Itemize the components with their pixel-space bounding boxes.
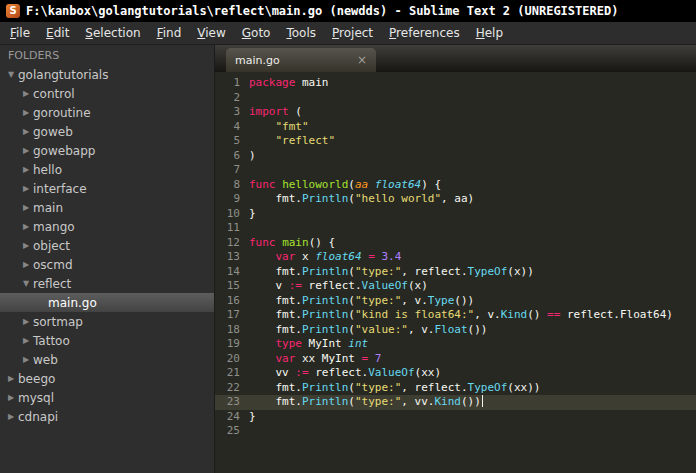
code-line-1[interactable]: 1package main: [215, 76, 696, 91]
folder-reflect[interactable]: ▼reflect: [0, 274, 214, 293]
menu-goto[interactable]: Goto: [234, 23, 279, 43]
tree-item-label: web: [33, 353, 58, 367]
folder-interface[interactable]: ▶interface: [0, 179, 214, 198]
tree-item-label: interface: [33, 182, 87, 196]
folder-tattoo[interactable]: ▶Tattoo: [0, 331, 214, 350]
code-line-9[interactable]: 9 fmt.Println("hello world", aa): [215, 192, 696, 207]
title-bar[interactable]: S F:\kanbox\golangtutorials\reflect\main…: [0, 0, 696, 22]
arrow-collapsed-icon[interactable]: ▶: [19, 312, 33, 331]
arrow-expanded-icon[interactable]: ▼: [4, 65, 18, 84]
folder-mysql[interactable]: ▶mysql: [0, 388, 214, 407]
code-line-20[interactable]: 20 var xx MyInt = 7: [215, 352, 696, 367]
code-line-10[interactable]: 10}: [215, 207, 696, 222]
folder-cdnapi[interactable]: ▶cdnapi: [0, 407, 214, 426]
code-editor[interactable]: 1package main23import (4 "fmt"5 "reflect…: [215, 72, 696, 473]
arrow-collapsed-icon[interactable]: ▶: [4, 369, 18, 388]
arrow-collapsed-icon[interactable]: ▶: [19, 179, 33, 198]
sublime-window: S F:\kanbox\golangtutorials\reflect\main…: [0, 0, 696, 473]
code-line-3[interactable]: 3import (: [215, 105, 696, 120]
line-number: 4: [215, 120, 249, 135]
tab-main-go[interactable]: main.go ×: [226, 48, 376, 72]
arrow-collapsed-icon[interactable]: ▶: [19, 255, 33, 274]
menu-tools[interactable]: Tools: [278, 23, 324, 43]
code-line-2[interactable]: 2: [215, 91, 696, 106]
code-line-5[interactable]: 5 "reflect": [215, 134, 696, 149]
arrow-collapsed-icon[interactable]: ▶: [4, 407, 18, 426]
line-number: 19: [215, 337, 249, 352]
code-line-14[interactable]: 14 fmt.Println("type:", reflect.TypeOf(x…: [215, 265, 696, 280]
code-line-22[interactable]: 22 fmt.Println("type:", reflect.TypeOf(x…: [215, 381, 696, 396]
arrow-collapsed-icon[interactable]: ▶: [19, 350, 33, 369]
folder-object[interactable]: ▶object: [0, 236, 214, 255]
menu-project[interactable]: Project: [324, 23, 381, 43]
code-line-6[interactable]: 6): [215, 149, 696, 164]
window-title: F:\kanbox\golangtutorials\reflect\main.g…: [26, 4, 618, 18]
arrow-collapsed-icon[interactable]: ▶: [19, 331, 33, 350]
code-line-19[interactable]: 19 type MyInt int: [215, 337, 696, 352]
arrow-collapsed-icon[interactable]: ▶: [19, 160, 33, 179]
tree-item-label: oscmd: [33, 258, 73, 272]
menu-find[interactable]: Find: [149, 23, 190, 43]
code-line-18[interactable]: 18 fmt.Println("value:", v.Float()): [215, 323, 696, 338]
code-line-25[interactable]: 25: [215, 424, 696, 439]
line-number: 6: [215, 149, 249, 164]
arrow-collapsed-icon[interactable]: ▶: [19, 122, 33, 141]
arrow-expanded-icon[interactable]: ▼: [19, 274, 33, 293]
folders-header: FOLDERS: [0, 45, 214, 65]
line-number: 20: [215, 352, 249, 367]
folder-goroutine[interactable]: ▶goroutine: [0, 103, 214, 122]
line-number: 14: [215, 265, 249, 280]
arrow-collapsed-icon[interactable]: ▶: [19, 217, 33, 236]
line-content: fmt.Println("value:", v.Float()): [249, 323, 487, 338]
folder-sortmap[interactable]: ▶sortmap: [0, 312, 214, 331]
folder-beego[interactable]: ▶beego: [0, 369, 214, 388]
arrow-collapsed-icon[interactable]: ▶: [19, 84, 33, 103]
line-number: 13: [215, 250, 249, 265]
menu-selection[interactable]: Selection: [77, 23, 148, 43]
line-content: var x float64 = 3.4: [249, 250, 401, 265]
folder-hello[interactable]: ▶hello: [0, 160, 214, 179]
folder-tree: ▼golangtutorials▶control▶goroutine▶goweb…: [0, 65, 214, 426]
menu-preferences[interactable]: Preferences: [381, 23, 468, 43]
line-number: 24: [215, 410, 249, 425]
code-line-12[interactable]: 12func main() {: [215, 236, 696, 251]
file-main.go[interactable]: main.go: [0, 293, 214, 312]
code-line-13[interactable]: 13 var x float64 = 3.4: [215, 250, 696, 265]
code-line-7[interactable]: 7: [215, 163, 696, 178]
code-line-16[interactable]: 16 fmt.Println("type:", v.Type()): [215, 294, 696, 309]
line-content: v := reflect.ValueOf(x): [249, 279, 428, 294]
arrow-collapsed-icon[interactable]: ▶: [19, 198, 33, 217]
arrow-collapsed-icon[interactable]: ▶: [19, 236, 33, 255]
folder-mango[interactable]: ▶mango: [0, 217, 214, 236]
folder-goweb[interactable]: ▶goweb: [0, 122, 214, 141]
menu-view[interactable]: View: [189, 23, 233, 43]
menu-help[interactable]: Help: [468, 23, 511, 43]
tab-close-icon[interactable]: ×: [357, 54, 367, 66]
folder-oscmd[interactable]: ▶oscmd: [0, 255, 214, 274]
folder-control[interactable]: ▶control: [0, 84, 214, 103]
folder-web[interactable]: ▶web: [0, 350, 214, 369]
code-line-8[interactable]: 8func helloworld(aa float64) {: [215, 178, 696, 193]
folder-main[interactable]: ▶main: [0, 198, 214, 217]
sublime-app-icon: S: [6, 4, 20, 18]
menu-edit[interactable]: Edit: [38, 23, 77, 43]
tree-item-label: goroutine: [33, 106, 91, 120]
tree-item-label: Tattoo: [33, 334, 70, 348]
line-number: 16: [215, 294, 249, 309]
line-content: "fmt": [249, 120, 309, 135]
arrow-collapsed-icon[interactable]: ▶: [19, 103, 33, 122]
code-line-24[interactable]: 24}: [215, 410, 696, 425]
code-line-11[interactable]: 11: [215, 221, 696, 236]
arrow-collapsed-icon[interactable]: ▶: [4, 388, 18, 407]
code-line-17[interactable]: 17 fmt.Println("kind is float64:", v.Kin…: [215, 308, 696, 323]
code-line-23[interactable]: 23 fmt.Println("type:", vv.Kind()): [215, 395, 696, 410]
folder-gowebapp[interactable]: ▶gowebapp: [0, 141, 214, 160]
menu-file[interactable]: File: [2, 23, 38, 43]
arrow-collapsed-icon[interactable]: ▶: [19, 141, 33, 160]
line-content: var xx MyInt = 7: [249, 352, 381, 367]
line-content: }: [249, 410, 256, 425]
code-line-21[interactable]: 21 vv := reflect.ValueOf(xx): [215, 366, 696, 381]
code-line-4[interactable]: 4 "fmt": [215, 120, 696, 135]
folder-golangtutorials[interactable]: ▼golangtutorials: [0, 65, 214, 84]
code-line-15[interactable]: 15 v := reflect.ValueOf(x): [215, 279, 696, 294]
